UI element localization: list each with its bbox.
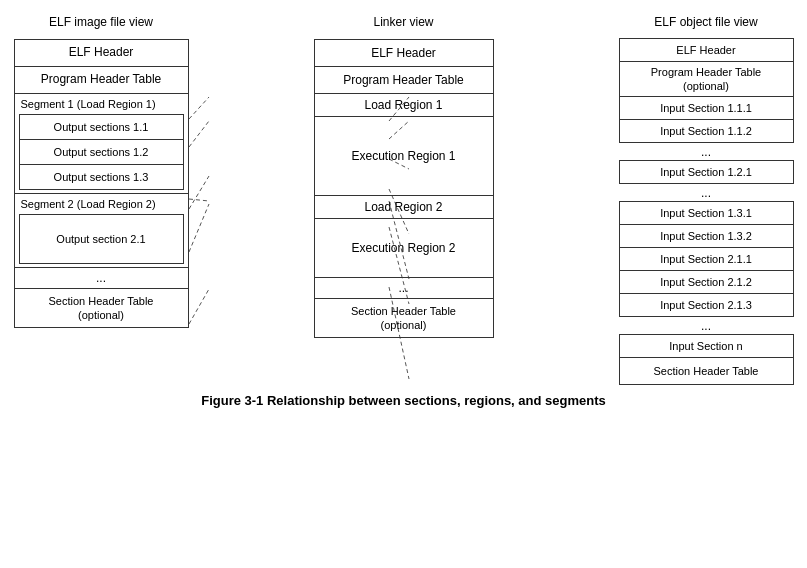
elf-object-dots2: ... [619,184,794,202]
linker-elf-header: ELF Header [314,39,494,67]
linker-dots: ... [314,277,494,299]
svg-line-0 [189,97,209,119]
elf-object-dots1: ... [619,143,794,161]
elf-object-section-header: Section Header Table [619,357,794,385]
linker-exec2: Execution Region 2 [314,218,494,278]
elf-object-input-1-3-1: Input Section 1.3.1 [619,201,794,225]
elf-image-prog-header: Program Header Table [14,66,189,94]
elf-object-input-2-1-3: Input Section 2.1.3 [619,293,794,317]
elf-object-input-n: Input Section n [619,334,794,358]
svg-line-9 [189,204,209,252]
elf-image-segment1: Segment 1 (Load Region 1) Output section… [14,93,189,194]
elf-image-segment2: Segment 2 (Load Region 2) Output section… [14,193,189,268]
elf-object-input-1-3-2: Input Section 1.3.2 [619,224,794,248]
elf-image-dots: ... [14,267,189,289]
elf-image-output-1-1: Output sections 1.1 [19,114,184,140]
figure-caption: Figure 3-1 Relationship between sections… [201,393,606,408]
svg-line-1 [189,176,209,209]
elf-image-segment2-label: Segment 2 (Load Region 2) [19,198,184,210]
svg-line-2 [189,121,209,147]
elf-image-output-1-3: Output sections 1.3 [19,164,184,190]
elf-image-output-2-1: Output section 2.1 [19,214,184,264]
elf-object-input-1-1-1: Input Section 1.1.1 [619,96,794,120]
elf-object-input-1-2-1: Input Section 1.2.1 [619,160,794,184]
elf-object-input-2-1-2: Input Section 2.1.2 [619,270,794,294]
linker-column: Linker view ELF Header Program Header Ta… [314,15,494,385]
elf-image-section-header: Section Header Table (optional) [14,288,189,328]
linker-section-header: Section Header Table (optional) [314,298,494,338]
elf-image-elf-header: ELF Header [14,39,189,67]
elf-object-elf-header: ELF Header [619,38,794,62]
elf-object-prog-header: Program Header Table (optional) [619,61,794,97]
elf-object-title: ELF object file view [654,15,757,33]
elf-object-input-2-1-1: Input Section 2.1.1 [619,247,794,271]
linker-load1: Load Region 1 [314,93,494,117]
linker-exec1: Execution Region 1 [314,116,494,196]
svg-line-3 [189,199,209,201]
elf-object-input-1-1-2: Input Section 1.1.2 [619,119,794,143]
linker-prog-header: Program Header Table [314,66,494,94]
elf-object-dots3: ... [619,317,794,335]
linker-load2: Load Region 2 [314,195,494,219]
elf-object-column: ELF object file view ELF Header Program … [619,15,794,385]
svg-line-10 [189,289,209,324]
linker-title: Linker view [373,15,433,33]
elf-image-title: ELF image file view [49,15,153,33]
diagram: ELF image file view ELF Header Program H… [14,15,794,385]
elf-image-segment1-label: Segment 1 (Load Region 1) [19,98,184,110]
elf-image-output-1-2: Output sections 1.2 [19,139,184,165]
elf-image-column: ELF image file view ELF Header Program H… [14,15,189,385]
